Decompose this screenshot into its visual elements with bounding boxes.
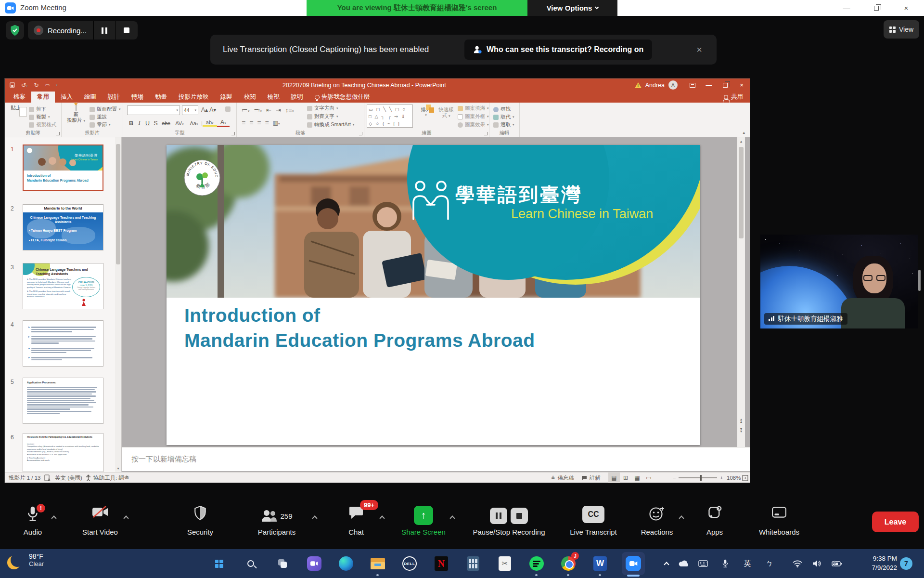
pause-recording-button[interactable] bbox=[93, 21, 116, 39]
notes-pane[interactable]: 按一下以新增備忘稿 bbox=[122, 447, 750, 471]
panel-drag-handle[interactable] bbox=[918, 270, 921, 291]
accessibility-icon[interactable] bbox=[86, 473, 91, 483]
save-icon[interactable] bbox=[10, 82, 15, 88]
file-explorer-icon[interactable] bbox=[368, 554, 387, 573]
pause-recording-icon[interactable] bbox=[490, 508, 507, 524]
tab-help[interactable]: 說明 bbox=[285, 92, 309, 103]
slideshow-view-button[interactable]: ▭ bbox=[643, 473, 654, 483]
slide-sorter-view-button[interactable]: ⊞ bbox=[620, 473, 631, 483]
audio-button[interactable]: ! Audio bbox=[10, 506, 56, 536]
zoom-in-button[interactable]: + bbox=[720, 473, 723, 483]
netflix-icon[interactable]: N bbox=[432, 554, 451, 573]
highlight-color-button[interactable]: ab▾ bbox=[203, 119, 217, 127]
account-name[interactable]: Andrea bbox=[645, 82, 665, 89]
format-painter-button[interactable]: 複製格式 bbox=[29, 121, 56, 128]
participants-options-chevron[interactable] bbox=[313, 513, 317, 522]
align-text-button[interactable]: 對齊文字▾ bbox=[307, 113, 338, 120]
participants-button[interactable]: 259 Participants bbox=[248, 506, 306, 536]
weather-widget[interactable]: 98°F Clear bbox=[11, 552, 44, 567]
previous-slide-icon[interactable]: ▴▴ bbox=[738, 417, 744, 424]
meeting-security-shield-icon[interactable] bbox=[6, 21, 24, 39]
zoom-slider[interactable] bbox=[679, 477, 717, 478]
account-avatar[interactable]: A bbox=[668, 80, 678, 90]
tell-me-box[interactable]: 告訴我您想做什麼 bbox=[309, 92, 376, 103]
paste-button[interactable]: 貼上 ▾ bbox=[9, 105, 26, 111]
collapse-ribbon-icon[interactable]: ▴ bbox=[743, 130, 745, 135]
ime-language-indicator[interactable]: 英 bbox=[739, 554, 756, 573]
transcript-visibility-button[interactable]: Who can see this transcript? Recording o… bbox=[464, 39, 652, 60]
bold-button[interactable]: B bbox=[127, 120, 135, 127]
share-options-chevron[interactable] bbox=[450, 513, 454, 522]
start-from-beginning-icon[interactable]: ▭ bbox=[45, 82, 50, 88]
minimize-button[interactable]: — bbox=[835, 0, 858, 16]
onedrive-icon[interactable] bbox=[676, 554, 692, 573]
select-button[interactable]: 選取▾ bbox=[493, 121, 514, 128]
change-case-button[interactable]: Aa▾ bbox=[187, 120, 201, 126]
redo-icon[interactable]: ↻ bbox=[34, 82, 39, 89]
shapes-gallery[interactable]: ▭ ◻ ╲ ╲ ▢ ○□ △ ┐ ┌ ⇒ ⇓◇ ☆ ( ~ { } bbox=[367, 105, 413, 128]
underline-button[interactable]: U bbox=[143, 120, 152, 127]
warning-icon[interactable] bbox=[635, 82, 642, 88]
chat-button[interactable]: Chat bbox=[337, 506, 375, 536]
ime-mode-indicator[interactable]: ㄅ bbox=[761, 554, 778, 573]
tab-file[interactable]: 檔案 bbox=[8, 92, 31, 103]
pause-stop-recording-button[interactable]: Pause/Stop Recording bbox=[464, 506, 553, 536]
tab-view[interactable]: 檢視 bbox=[262, 92, 285, 103]
zoom-level[interactable]: 108% bbox=[727, 473, 741, 483]
convert-smartart-button[interactable]: 轉換成 SmartArt▾ bbox=[307, 121, 354, 128]
speaker-icon[interactable] bbox=[808, 554, 825, 573]
search-button[interactable] bbox=[241, 554, 260, 573]
reset-button[interactable]: 重設 bbox=[90, 114, 107, 120]
language-status[interactable]: 英文 (美國) bbox=[55, 473, 82, 483]
customize-qat-icon[interactable]: ▾ bbox=[56, 83, 58, 87]
ppt-minimize-button[interactable]: — bbox=[701, 79, 717, 92]
copy-button[interactable]: 複製▾ bbox=[29, 114, 50, 120]
reactions-options-chevron[interactable] bbox=[680, 513, 683, 522]
share-button[interactable]: 共用 bbox=[724, 92, 743, 103]
shape-effects-button[interactable]: 圖案效果▾ bbox=[458, 121, 489, 128]
grow-shrink-font-buttons[interactable]: A▴ A▾ bbox=[201, 106, 216, 113]
thumbnail-slide-2[interactable]: Mandarin to the World Chinese Language T… bbox=[23, 204, 103, 250]
tab-draw[interactable]: 繪圖 bbox=[78, 92, 102, 103]
columns-button[interactable]: ▥▾ bbox=[273, 119, 280, 126]
align-center-button[interactable]: ≡ bbox=[249, 119, 253, 127]
tray-microphone-icon[interactable] bbox=[717, 554, 733, 573]
teams-chat-button[interactable] bbox=[305, 554, 324, 573]
video-options-chevron[interactable] bbox=[124, 513, 128, 522]
line-spacing-button[interactable]: ↕≡▾ bbox=[285, 106, 294, 114]
numbering-button[interactable]: ≕▾ bbox=[254, 106, 262, 114]
accessibility-status[interactable]: 協助工具: 調查 bbox=[93, 473, 129, 483]
font-size-combobox[interactable]: 44▾ bbox=[182, 105, 198, 115]
layout-button[interactable]: 版面配置▾ bbox=[90, 106, 121, 113]
drawing-dialog-launcher[interactable] bbox=[484, 132, 488, 135]
view-layout-button[interactable]: View bbox=[884, 20, 919, 39]
spellcheck-icon[interactable] bbox=[44, 473, 51, 483]
notification-badge[interactable]: 7 bbox=[900, 557, 912, 570]
notes-toggle[interactable]: ≜備忘稿 bbox=[551, 473, 574, 483]
apps-button[interactable]: Apps bbox=[695, 506, 734, 536]
thumbnail-slide-3[interactable]: Chinese Language Teachers and Teaching A… bbox=[23, 263, 103, 309]
tab-transitions[interactable]: 轉場 bbox=[126, 92, 149, 103]
stop-recording-button[interactable] bbox=[116, 21, 138, 39]
reading-view-button[interactable]: ▦ bbox=[631, 473, 643, 483]
thumbnail-scrollbar[interactable]: ▾ bbox=[115, 137, 121, 472]
start-button[interactable] bbox=[209, 554, 229, 573]
shape-outline-button[interactable]: 圖案外框▾ bbox=[458, 113, 489, 120]
decrease-indent-button[interactable]: ⇤ bbox=[266, 106, 271, 114]
tab-review[interactable]: 校閱 bbox=[238, 92, 262, 103]
quick-access-toolbar[interactable]: ↺▾ ↻ ▭ ▾ bbox=[10, 79, 58, 92]
clipboard-dialog-launcher[interactable] bbox=[56, 132, 60, 135]
font-dialog-launcher[interactable] bbox=[231, 132, 235, 135]
align-right-button[interactable]: ≡ bbox=[257, 119, 261, 127]
start-video-button[interactable]: Start Video bbox=[72, 506, 128, 536]
word-icon[interactable]: W bbox=[590, 554, 610, 573]
close-button[interactable]: × bbox=[895, 0, 917, 16]
thumbnail-slide-4[interactable]: ➤ ➤ ➤ ➤ bbox=[23, 320, 103, 367]
spotify-icon[interactable] bbox=[527, 554, 546, 573]
chrome-icon[interactable]: J bbox=[559, 554, 578, 573]
live-transcript-button[interactable]: CC Live Transcript bbox=[562, 506, 625, 536]
audio-options-chevron[interactable] bbox=[52, 513, 56, 522]
task-view-button[interactable] bbox=[273, 554, 292, 573]
italic-button[interactable]: I bbox=[135, 119, 143, 127]
text-direction-button[interactable]: 文字方向▾ bbox=[307, 105, 338, 112]
